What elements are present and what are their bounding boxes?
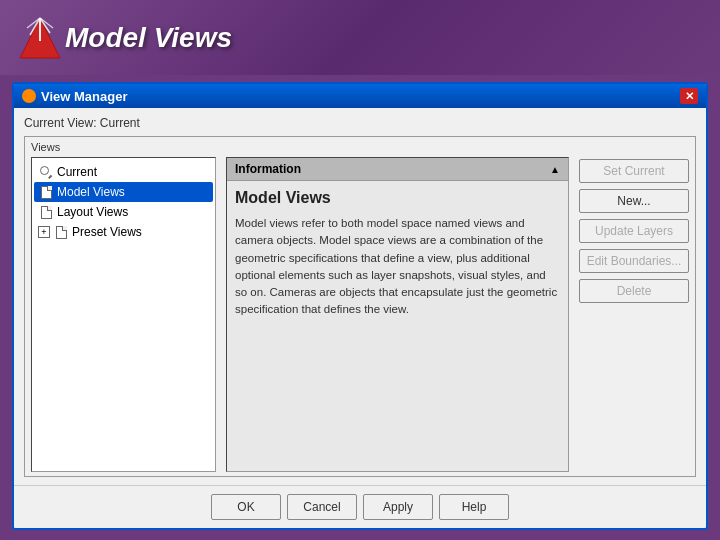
dialog-title-icon [22,89,36,103]
page-icon [53,224,69,240]
new-button[interactable]: New... [579,189,689,213]
page-title: Model Views [65,22,232,54]
set-current-button[interactable]: Set Current [579,159,689,183]
collapse-arrow-icon[interactable]: ▲ [550,164,560,175]
dialog-body: Current View: Current Views Current [14,108,706,485]
views-group: Views Current [24,136,696,477]
info-header-label: Information [235,162,301,176]
tree-item-current[interactable]: Current [34,162,213,182]
delete-button[interactable]: Delete [579,279,689,303]
expand-icon[interactable]: + [38,226,50,238]
tree-item-label: Current [57,165,97,179]
current-view-label: Current View: Current [24,116,696,130]
edit-boundaries-button[interactable]: Edit Boundaries... [579,249,689,273]
tree-item-label: Preset Views [72,225,142,239]
cancel-button[interactable]: Cancel [287,494,357,520]
help-button[interactable]: Help [439,494,509,520]
tree-item-label: Model Views [57,185,125,199]
view-manager-dialog: View Manager ✕ Current View: Current Vie… [12,82,708,530]
apply-button[interactable]: Apply [363,494,433,520]
dialog-close-button[interactable]: ✕ [680,88,698,104]
views-content: Current Model Views Layout V [31,157,689,472]
dialog-title-left: View Manager [22,89,127,104]
tree-item-preset-views[interactable]: + Preset Views [34,222,213,242]
info-header: Information ▲ [227,158,568,181]
info-text: Model views refer to both model space na… [235,215,560,319]
dialog-titlebar: View Manager ✕ [14,84,706,108]
search-icon [38,164,54,180]
page-icon [38,184,54,200]
dialog-footer: OK Cancel Apply Help [14,485,706,528]
tree-item-model-views[interactable]: Model Views [34,182,213,202]
views-group-title: Views [31,141,689,153]
tree-item-label: Layout Views [57,205,128,219]
tree-item-layout-views[interactable]: Layout Views [34,202,213,222]
info-panel: Information ▲ Model Views Model views re… [226,157,569,472]
header-background: Model Views [0,0,720,75]
page-icon [38,204,54,220]
tree-panel[interactable]: Current Model Views Layout V [31,157,216,472]
info-content: Model Views Model views refer to both mo… [227,181,568,471]
app-logo [15,13,65,63]
action-buttons-panel: Set Current New... Update Layers Edit Bo… [579,157,689,472]
info-title: Model Views [235,189,560,207]
dialog-title-text: View Manager [41,89,127,104]
ok-button[interactable]: OK [211,494,281,520]
update-layers-button[interactable]: Update Layers [579,219,689,243]
